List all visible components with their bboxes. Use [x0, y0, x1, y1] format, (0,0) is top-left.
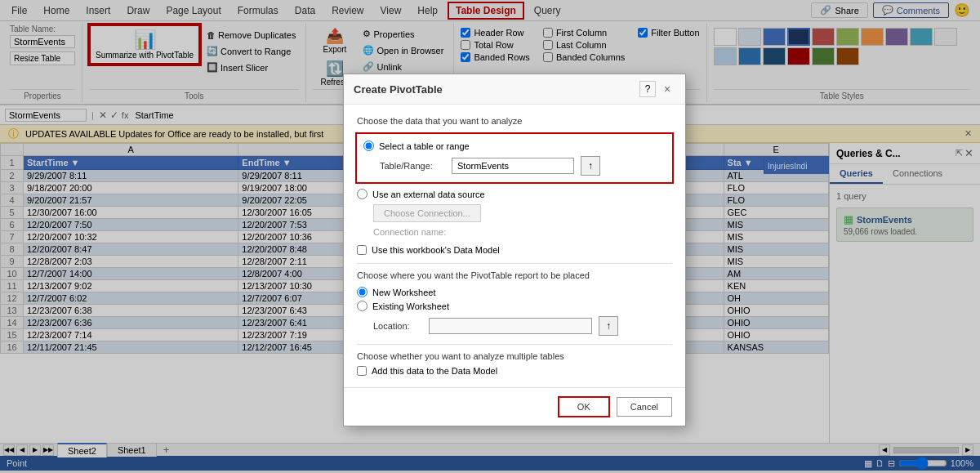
- choose-connection-button[interactable]: Choose Connection...: [373, 204, 481, 222]
- radio-new-worksheet[interactable]: New Worksheet: [357, 287, 672, 297]
- radio-select-table[interactable]: Select a table or range: [363, 141, 666, 151]
- connection-name-label: Connection name:: [373, 227, 672, 237]
- use-data-model-check[interactable]: Use this workbook's Data Model: [357, 245, 672, 255]
- modal-overlay: Create PivotTable ? × Choose the data th…: [0, 0, 980, 473]
- modal-section2-label: Choose where you want the PivotTable rep…: [357, 270, 672, 280]
- modal-help-button[interactable]: ?: [639, 81, 656, 97]
- location-browse-button[interactable]: ↑: [599, 316, 618, 336]
- radio-existing-worksheet[interactable]: Existing Worksheet: [357, 301, 672, 311]
- ok-button[interactable]: OK: [558, 396, 610, 417]
- location-label: Location:: [373, 321, 422, 331]
- table-range-label: Table/Range:: [380, 161, 445, 171]
- table-range-input[interactable]: [452, 158, 574, 174]
- create-pivottable-dialog: Create PivotTable ? × Choose the data th…: [343, 74, 686, 426]
- modal-title: Create PivotTable: [354, 83, 443, 96]
- cancel-button[interactable]: Cancel: [617, 397, 672, 417]
- modal-section3-label: Choose whether you want to analyze multi…: [357, 351, 672, 361]
- modal-section1-label: Choose the data that you want to analyze: [357, 116, 672, 126]
- modal-close-button[interactable]: ×: [659, 81, 675, 97]
- location-input[interactable]: [429, 318, 592, 334]
- add-data-model-check[interactable]: Add this data to the Data Model: [357, 366, 672, 376]
- radio-external-source[interactable]: Use an external data source: [357, 189, 672, 199]
- table-range-browse-button[interactable]: ↑: [581, 156, 600, 176]
